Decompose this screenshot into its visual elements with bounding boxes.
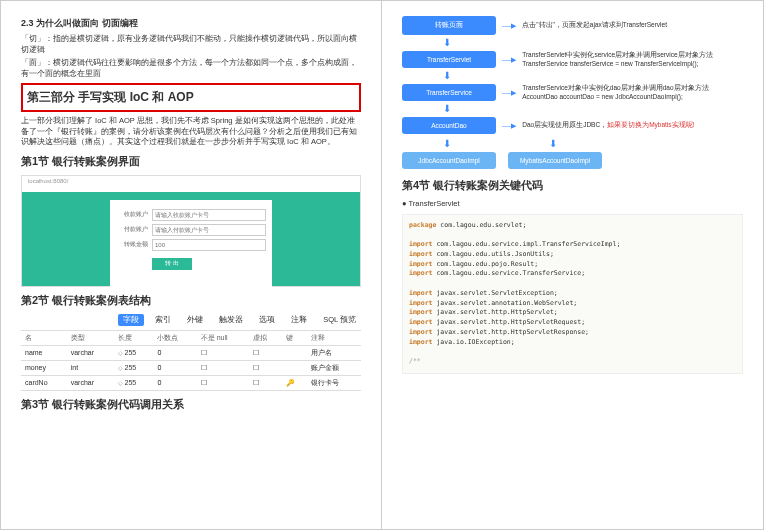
diag-box-dao: AccountDao <box>402 117 496 134</box>
schema-table: 名类型长度小数点不是 null虚拟键注释 namevarchar◇ 2550☐☐… <box>21 330 361 391</box>
input-payee[interactable] <box>152 209 266 221</box>
arrow-down-icon: ⬇ <box>508 139 598 149</box>
page-left: 2.3 为什么叫做面向 切面编程 「切」：指的是横切逻辑，原有业务逻辑代码我们不… <box>0 0 382 530</box>
label-payer: 付款账户 <box>116 225 148 234</box>
tab-fk[interactable]: 外键 <box>182 314 208 326</box>
table-row: moneyint◇ 2550☐☐账户金额 <box>21 360 361 375</box>
code-import: import com.lagou.edu.utils.JsonUtils; <box>409 250 736 260</box>
diag-box-page: 转账页面 <box>402 16 496 35</box>
code-import: import com.lagou.edu.service.impl.Transf… <box>409 240 736 250</box>
diag-text-3: TransferService对象中实例化dao层对象并调用dao层对象方法 A… <box>522 84 743 101</box>
diag-text-2: TransferServlet中实例化service层对象并调用service层… <box>522 51 743 68</box>
tab-trigger[interactable]: 触发器 <box>214 314 248 326</box>
arrow-down-icon: ⬇ <box>402 139 492 149</box>
diag-text-1: 点击"转出"，页面发起ajax请求到TransferServlet <box>522 21 743 29</box>
section2-title: 第2节 银行转账案例表结构 <box>21 293 361 308</box>
arrow-down-icon: ⬇ <box>402 71 492 81</box>
page-right: 转账页面──▶点击"转出"，页面发起ajax请求到TransferServlet… <box>382 0 764 530</box>
code-import: import com.lagou.edu.pojo.Result; <box>409 260 736 270</box>
code-comment: /** <box>409 357 736 367</box>
heading-2-3: 2.3 为什么叫做面向 切面编程 <box>21 17 361 30</box>
part3-highlight-box: 第三部分 手写实现 IoC 和 AOP <box>21 83 361 112</box>
section1-title: 第1节 银行转账案例界面 <box>21 154 361 169</box>
code-block: package package com.lagou.edu.servlet;co… <box>402 214 743 374</box>
code-import: import javax.servlet.http.HttpServlet; <box>409 308 736 318</box>
tab-options[interactable]: 选项 <box>254 314 280 326</box>
code-import: import com.lagou.edu.service.TransferSer… <box>409 269 736 279</box>
diag-box-servlet: TransferServlet <box>402 51 496 68</box>
table-header-row: 名类型长度小数点不是 null虚拟键注释 <box>21 330 361 345</box>
arrow-down-icon: ⬇ <box>402 38 492 48</box>
code-import: import javax.servlet.http.HttpServletReq… <box>409 318 736 328</box>
code-import: import javax.servlet.annotation.WebServl… <box>409 299 736 309</box>
code-import: import java.io.IOException; <box>409 338 736 348</box>
call-diagram: 转账页面──▶点击"转出"，页面发起ajax请求到TransferServlet… <box>402 13 743 172</box>
part3-title: 第三部分 手写实现 IoC 和 AOP <box>27 89 355 106</box>
diag-box-service: TransferService <box>402 84 496 101</box>
diag-box-jdbc: JdbcAccountDaoImpl <box>402 152 496 169</box>
para-mian: 「面」：横切逻辑代码往往要影响的是很多个方法，每一个方法都如同一个点，多个点构成… <box>21 58 361 79</box>
table-row: cardNovarchar◇ 2550☐☐🔑银行卡号 <box>21 375 361 390</box>
part3-intro: 上一部分我们理解了 IoC 和 AOP 思想，我们先不考虑 Spring 是如何… <box>21 116 361 148</box>
para-qie: 「切」：指的是横切逻辑，原有业务逻辑代码我们不能动，只能操作横切逻辑代码，所以面… <box>21 34 361 55</box>
browser-url: localhost:8080/ <box>22 176 360 192</box>
tab-comment[interactable]: 注释 <box>286 314 312 326</box>
label-payee: 收款账户 <box>116 210 148 219</box>
diag-box-mybatis: MybatisAccountDaoImpl <box>508 152 602 169</box>
tab-sql[interactable]: SQL 预览 <box>318 314 361 326</box>
section3-title: 第3节 银行转账案例代码调用关系 <box>21 397 361 412</box>
screenshot-transfer-ui: localhost:8080/ 收款账户 付款账户 转账金额 转 出 <box>21 175 361 287</box>
input-payer[interactable] <box>152 224 266 236</box>
tab-index[interactable]: 索引 <box>150 314 176 326</box>
tab-fields[interactable]: 字段 <box>118 314 144 326</box>
input-amount[interactable] <box>152 239 266 251</box>
section4-title: 第4节 银行转账案例关键代码 <box>402 178 743 193</box>
diag-text-4: Dao层实现使用原生JDBC，如果要切换为Mybatis实现呢! <box>522 121 743 129</box>
arrow-down-icon: ⬇ <box>402 104 492 114</box>
transfer-button[interactable]: 转 出 <box>152 258 192 270</box>
table-tabs: 字段 索引 外键 触发器 选项 注释 SQL 预览 <box>21 314 361 326</box>
code-import: import javax.servlet.http.HttpServletRes… <box>409 328 736 338</box>
bullet-transferservlet: ● TransferServlet <box>402 199 743 210</box>
table-row: namevarchar◇ 2550☐☐用户名 <box>21 345 361 360</box>
transfer-form: 收款账户 付款账户 转账金额 转 出 <box>110 200 272 287</box>
label-amount: 转账金额 <box>116 240 148 249</box>
code-import: import javax.servlet.ServletException; <box>409 289 736 299</box>
